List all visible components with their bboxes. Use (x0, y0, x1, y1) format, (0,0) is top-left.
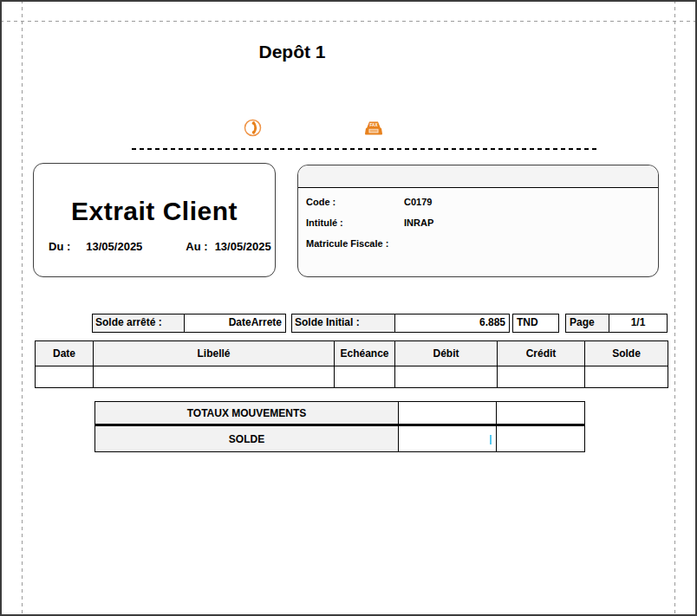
fax-icon: FAX (363, 120, 384, 140)
col-header-date: Date (36, 341, 94, 366)
report-page: Depôt 1 FAX Extrait Client Du : 13/05/20… (0, 0, 697, 616)
currency-code: TND (512, 314, 559, 333)
margin-guide-right (674, 0, 675, 616)
text-cursor (490, 435, 492, 444)
table-cell (335, 366, 395, 388)
col-header-echeance: Echéance (335, 341, 395, 366)
totals-solde-credit (497, 426, 585, 452)
intitule-value: INRAP (404, 217, 433, 228)
page-title: Depôt 1 (119, 42, 466, 62)
totals-solde-debit (399, 426, 497, 452)
client-info-card: Code : C0179 Intitulé : INRAP Matricule … (297, 165, 659, 277)
solde-initial-value: 6.885 (394, 314, 510, 333)
client-card-title: Extrait Client (34, 197, 275, 226)
table-cell (94, 366, 335, 388)
fax-icon-label: FAX (370, 123, 379, 127)
margin-guide-top (0, 21, 697, 22)
dashed-separator (132, 148, 597, 150)
table-cell (36, 366, 94, 388)
client-info-card-header (298, 165, 658, 188)
transactions-table: Date Libellé Echéance Débit Crédit Solde (35, 340, 668, 388)
info-row-code: Code : C0179 (306, 197, 335, 207)
margin-guide-left (22, 0, 23, 616)
phone-icon (244, 119, 262, 140)
totals-solde-label: SOLDE (95, 426, 399, 452)
client-extract-card: Extrait Client Du : 13/05/2025 Au : 13/0… (33, 163, 276, 277)
col-header-solde: Solde (585, 341, 668, 366)
page-border (0, 0, 697, 616)
code-label: Code : (306, 197, 335, 207)
totals-mouvements-label: TOTAUX MOUVEMENTS (95, 402, 399, 426)
date-from-value: 13/05/2025 (86, 240, 142, 253)
solde-arrete-value: DateArrete (184, 314, 286, 333)
page-label: Page (565, 314, 609, 333)
date-to-value: 13/05/2025 (215, 240, 271, 253)
totals-mouvements-credit (497, 402, 585, 426)
totals-table: TOTAUX MOUVEMENTS SOLDE (94, 401, 585, 452)
table-cell (395, 366, 498, 388)
date-to-label: Au : (186, 240, 207, 253)
info-row-matricule: Matricule Fiscale : (306, 238, 388, 249)
col-header-credit: Crédit (498, 341, 585, 366)
solde-initial-label: Solde Initial : (291, 314, 395, 333)
matricule-label: Matricule Fiscale : (306, 238, 388, 249)
code-value: C0179 (404, 197, 432, 207)
solde-arrete-label: Solde arrêté : (92, 314, 185, 333)
table-cell (585, 366, 668, 388)
col-header-debit: Débit (395, 341, 498, 366)
page-number: 1/1 (609, 314, 668, 333)
client-card-date-range: Du : 13/05/2025 Au : 13/05/2025 (49, 240, 268, 253)
table-cell (498, 366, 585, 388)
date-from-label: Du : (49, 240, 70, 253)
totals-mouvements-debit (399, 402, 497, 426)
intitule-label: Intitulé : (306, 217, 343, 228)
col-header-libelle: Libellé (94, 341, 335, 366)
info-row-intitule: Intitulé : INRAP (306, 217, 343, 228)
